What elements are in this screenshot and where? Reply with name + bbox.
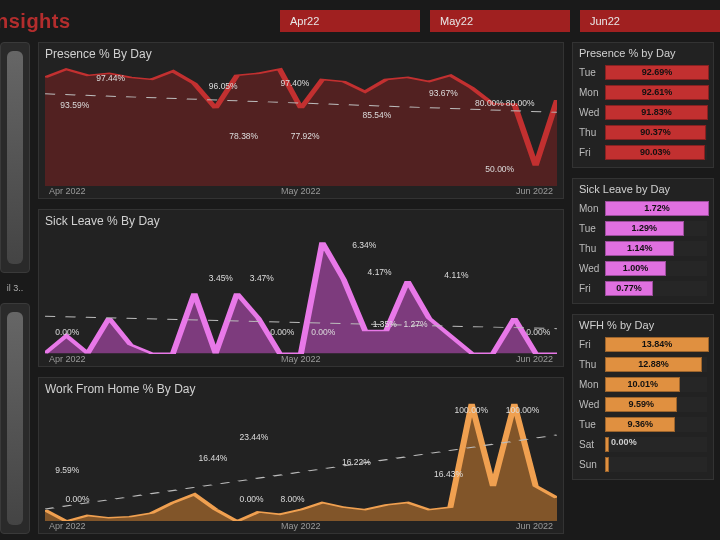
table-row: Mon1.72% [579,199,707,217]
bar-fill: 9.36% [605,417,675,432]
day-label: Tue [579,67,605,78]
bar-track: 90.37% [605,125,707,140]
svg-line-1 [45,317,557,329]
chart-title: Presence % By Day [45,47,557,61]
table-row: Sun [579,455,707,473]
chart-title: Work From Home % By Day [45,382,557,396]
bar-fill: 10.01% [605,377,680,392]
day-label: Wed [579,263,605,274]
day-label: Thu [579,359,605,370]
bar-track: 9.59% [605,397,707,412]
table-row: Thu12.88% [579,355,707,373]
bar-track: 10.01% [605,377,707,392]
slicer-label: il 3.. [0,283,30,293]
day-label: Thu [579,127,605,138]
bar-fill: 0.77% [605,281,653,296]
table-row: Tue92.69% [579,63,707,81]
table-row: Thu90.37% [579,123,707,141]
table-row: Thu1.14% [579,239,707,257]
bar-track: 1.29% [605,221,707,236]
day-label: Tue [579,223,605,234]
bar-fill: 90.03% [605,145,705,160]
chart-sick[interactable]: Sick Leave % By Day0.00%3.45%3.47%0.00%0… [38,209,564,366]
table-row: Wed91.83% [579,103,707,121]
day-label: Fri [579,283,605,294]
day-label: Tue [579,419,605,430]
day-label: Sun [579,459,605,470]
bar-track: 92.61% [605,85,707,100]
bar-fill: 92.61% [605,85,709,100]
x-axis-ticks: Apr 2022May 2022Jun 2022 [45,186,557,196]
table-title: Sick Leave by Day [579,183,707,195]
table-row: Fri13.84% [579,335,707,353]
chart-plot-area: 9.59%0.00%16.44%23.44%0.00%8.00%16.22%16… [45,398,557,521]
left-slicer-column: il 3.. [0,42,30,534]
bar-track: 1.00% [605,261,707,276]
day-label: Mon [579,379,605,390]
table-row: Wed1.00% [579,259,707,277]
bar-fill: 1.14% [605,241,674,256]
chart-presence[interactable]: Presence % By Day93.59%97.44%96.05%78.38… [38,42,564,199]
bar-fill: 1.72% [605,201,709,216]
bar-track: 13.84% [605,337,707,352]
header: nsights Apr22 May22 Jun22 [0,0,720,42]
bar-track: 90.03% [605,145,707,160]
table-row: Sat0.00% [579,435,707,453]
day-label: Mon [579,203,605,214]
bar-track: 92.69% [605,65,707,80]
table-row: Fri0.77% [579,279,707,297]
month-button-apr[interactable]: Apr22 [280,10,420,32]
bar-fill: 1.00% [605,261,666,276]
table-row: Wed9.59% [579,395,707,413]
bar-track: 91.83% [605,105,707,120]
day-label: Mon [579,87,605,98]
table-sick[interactable]: Sick Leave by DayMon1.72%Tue1.29%Thu1.14… [572,178,714,304]
table-row: Mon92.61% [579,83,707,101]
chart-title: Sick Leave % By Day [45,214,557,228]
bar-track: 1.72% [605,201,707,216]
bar-fill: 1.29% [605,221,684,236]
bar-track: 0.00% [605,437,707,452]
slicer-scroll-2[interactable] [0,303,30,534]
bar-track: 9.36% [605,417,707,432]
day-label: Fri [579,147,605,158]
page-title: nsights [0,10,71,33]
month-button-may[interactable]: May22 [430,10,570,32]
slicer-scroll-1[interactable] [0,42,30,273]
table-row: Tue9.36% [579,415,707,433]
bar-fill: 0.00% [605,437,707,447]
chart-plot-area: 93.59%97.44%96.05%78.38%97.40%77.92%85.5… [45,63,557,186]
day-label: Fri [579,339,605,350]
bar-fill: 13.84% [605,337,709,352]
bar-track [605,457,707,472]
bar-track: 1.14% [605,241,707,256]
bar-track: 0.77% [605,281,707,296]
bar-fill: 12.88% [605,357,702,372]
table-row: Mon10.01% [579,375,707,393]
day-label: Wed [579,107,605,118]
table-wfh[interactable]: WFH % by DayFri13.84%Thu12.88%Mon10.01%W… [572,314,714,480]
table-row: Fri90.03% [579,143,707,161]
day-label: Sat [579,439,605,450]
table-title: Presence % by Day [579,47,707,59]
bar-track: 12.88% [605,357,707,372]
chart-wfh[interactable]: Work From Home % By Day9.59%0.00%16.44%2… [38,377,564,534]
bar-fill: 90.37% [605,125,706,140]
table-row: Tue1.29% [579,219,707,237]
chart-plot-area: 0.00%3.45%3.47%0.00%0.00%6.34%4.17%1.35%… [45,230,557,353]
x-axis-ticks: Apr 2022May 2022Jun 2022 [45,354,557,364]
table-presence[interactable]: Presence % by DayTue92.69%Mon92.61%Wed91… [572,42,714,168]
x-axis-ticks: Apr 2022May 2022Jun 2022 [45,521,557,531]
bar-fill: 9.59% [605,397,677,412]
month-button-jun[interactable]: Jun22 [580,10,720,32]
bar-fill: 92.69% [605,65,709,80]
bar-fill: 91.83% [605,105,708,120]
day-label: Thu [579,243,605,254]
day-label: Wed [579,399,605,410]
table-title: WFH % by Day [579,319,707,331]
